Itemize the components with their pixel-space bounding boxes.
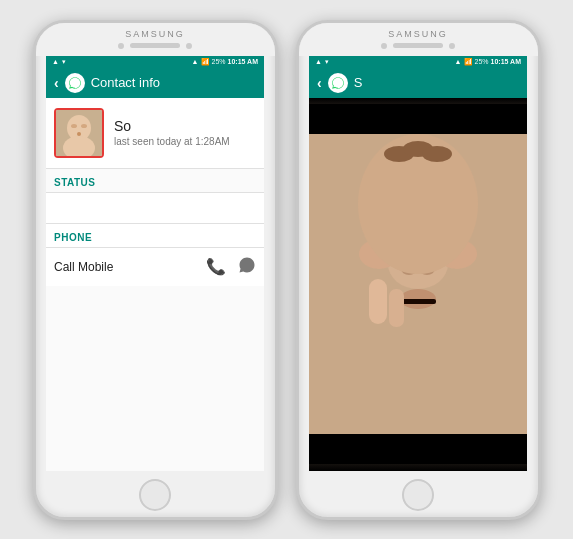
right-status-time: 10:15 AM: [491, 58, 521, 65]
whatsapp-icon: [68, 76, 82, 90]
right-status-right: ▲ 📶 25% 10:15 AM: [455, 58, 521, 66]
avatar-container[interactable]: [54, 108, 104, 158]
call-mobile-label: Call Mobile: [54, 260, 113, 274]
phone-label: PHONE: [46, 224, 264, 247]
phone-top-bar: SAMSUNG: [36, 23, 275, 56]
right-whatsapp-icon: [331, 76, 345, 90]
svg-rect-6: [309, 104, 527, 134]
right-status-left: ▲ ▾: [315, 58, 329, 66]
contact-details: So last seen today at 1:28AM: [114, 118, 256, 147]
right-status-bar: ▲ ▾ ▲ 📶 25% 10:15 AM: [309, 56, 527, 68]
right-sensor-dot: [449, 43, 455, 49]
call-icon[interactable]: 📞: [206, 257, 226, 276]
contact-name: So: [114, 118, 256, 134]
right-wifi-icon: ▾: [325, 58, 329, 66]
status-label: STATUS: [46, 169, 264, 192]
profile-pic-area: [309, 98, 527, 471]
svg-rect-19: [369, 279, 387, 324]
status-bar: ▲ ▾ ▲ 📶 25% 10:15 AM: [46, 56, 264, 68]
camera-row: [118, 43, 192, 49]
battery-icon: 📶: [201, 58, 210, 66]
status-time: 10:15 AM: [228, 58, 258, 65]
right-battery-percent: 25%: [475, 58, 489, 65]
right-app-header: ‹ S: [309, 68, 527, 98]
left-phone: SAMSUNG ▲ ▾ ▲ 📶 25% 10:15 AM ‹: [33, 20, 278, 520]
svg-rect-12: [400, 299, 436, 304]
right-wifi-signal: ▲: [455, 58, 462, 65]
right-screen: ▲ ▾ ▲ 📶 25% 10:15 AM ‹ S: [309, 56, 527, 471]
right-home-button[interactable]: [402, 479, 434, 511]
wifi-icon: ▾: [62, 58, 66, 66]
right-phone: SAMSUNG ▲ ▾ ▲ 📶 25% 10:15 AM ‹: [296, 20, 541, 520]
svg-rect-21: [309, 434, 527, 464]
phone-row: Call Mobile 📞: [46, 248, 264, 286]
right-whatsapp-logo: [328, 73, 348, 93]
right-back-arrow-icon[interactable]: ‹: [317, 75, 322, 91]
right-phone-top-bar: SAMSUNG: [299, 23, 538, 56]
svg-point-5: [77, 132, 81, 136]
right-header-initial: S: [354, 75, 363, 90]
whatsapp-logo: [65, 73, 85, 93]
home-button[interactable]: [139, 479, 171, 511]
contact-lastseen: last seen today at 1:28AM: [114, 136, 256, 147]
phone-bottom: [139, 471, 171, 517]
back-arrow-icon[interactable]: ‹: [54, 75, 59, 91]
header-title: Contact info: [91, 75, 160, 90]
avatar-image: [56, 110, 102, 156]
svg-rect-20: [389, 289, 404, 327]
speaker-bar: [130, 43, 180, 48]
right-speaker-bar: [393, 43, 443, 48]
svg-point-4: [81, 124, 87, 128]
right-brand-label: SAMSUNG: [388, 29, 448, 39]
sensor-dot: [186, 43, 192, 49]
whatsapp-call-icon[interactable]: [238, 256, 256, 278]
brand-label: SAMSUNG: [125, 29, 185, 39]
content-area: So last seen today at 1:28AM STATUS PHON…: [46, 98, 264, 471]
app-header: ‹ Contact info: [46, 68, 264, 98]
status-section: [46, 193, 264, 223]
baby-avatar-svg: [56, 110, 102, 156]
signal-icon: ▲: [52, 58, 59, 65]
wifi-signal: ▲: [192, 58, 199, 65]
right-battery-icon: 📶: [464, 58, 473, 66]
right-camera-dot: [381, 43, 387, 49]
svg-point-3: [71, 124, 77, 128]
right-camera-row: [381, 43, 455, 49]
svg-point-18: [422, 146, 452, 162]
battery-percent: 25%: [212, 58, 226, 65]
phone-section: PHONE Call Mobile 📞: [46, 224, 264, 286]
left-screen: ▲ ▾ ▲ 📶 25% 10:15 AM ‹ Contact info: [46, 56, 264, 471]
status-bar-right: ▲ 📶 25% 10:15 AM: [192, 58, 258, 66]
camera-dot: [118, 43, 124, 49]
contact-section: So last seen today at 1:28AM: [46, 98, 264, 169]
right-phone-bottom: [402, 471, 434, 517]
phone-actions: 📞: [206, 256, 256, 278]
status-bar-left: ▲ ▾: [52, 58, 66, 66]
baby-face-svg: [309, 104, 527, 464]
right-signal-icon: ▲: [315, 58, 322, 65]
